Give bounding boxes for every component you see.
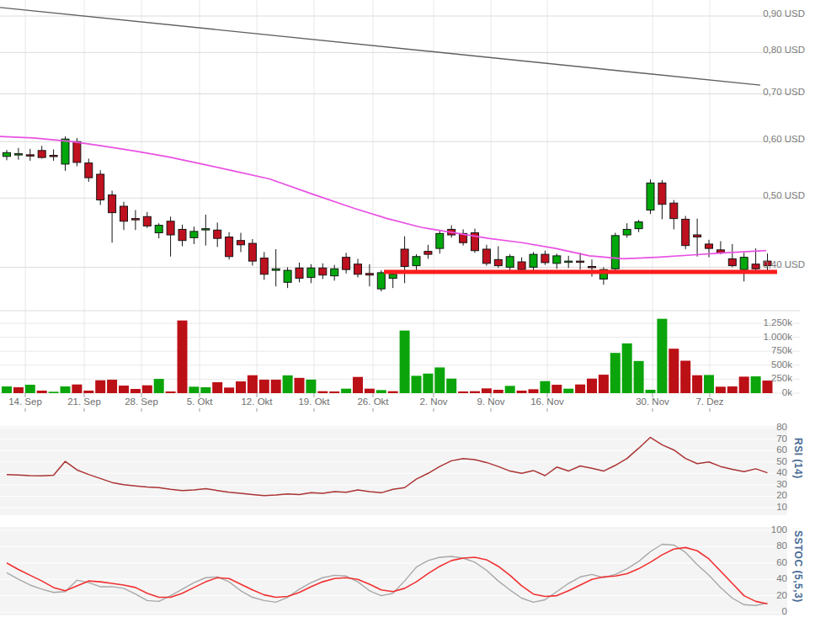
- price-tick-label: 0,40 USD: [763, 259, 805, 269]
- volume-bar: [95, 381, 105, 393]
- candle-body: [202, 229, 210, 231]
- volume-bar: [212, 382, 222, 393]
- volume-bar: [551, 385, 562, 393]
- candle-body: [436, 233, 444, 248]
- rsi-tick-label: 20: [776, 490, 787, 500]
- volume-tick-label: 250k: [771, 373, 792, 383]
- volume-bar: [25, 385, 35, 393]
- volume-bar: [341, 389, 351, 393]
- candle-body: [623, 229, 631, 235]
- volume-bar: [751, 376, 761, 393]
- candle-body: [97, 174, 104, 200]
- volume-bar: [680, 360, 690, 393]
- rsi-tick-label: 30: [776, 479, 787, 489]
- candle-body: [109, 195, 116, 213]
- candle-body: [50, 156, 57, 157]
- stock-chart[interactable]: 0,90 USD0,80 USD0,70 USD0,60 USD0,50 USD…: [0, 0, 815, 644]
- volume-bar: [154, 379, 164, 393]
- volume-bar: [388, 391, 398, 393]
- stoch-tick-label: 100: [771, 524, 787, 535]
- volume-bar: [189, 386, 199, 393]
- candle-body: [354, 264, 362, 274]
- volume-bar: [119, 386, 129, 393]
- candle-body: [248, 243, 256, 261]
- candle-body: [482, 249, 490, 263]
- candle-body: [577, 261, 584, 263]
- volume-series: [2, 319, 773, 393]
- candle-body: [401, 249, 408, 267]
- candle-body: [226, 237, 233, 257]
- candle-body: [752, 264, 759, 269]
- candle-body: [319, 268, 327, 274]
- stoch-tick-label: 60: [776, 557, 787, 567]
- volume-bar: [107, 380, 117, 393]
- volume-bar: [317, 391, 328, 393]
- candle-body: [284, 270, 291, 282]
- price-tick-label: 0,70 USD: [763, 87, 805, 97]
- candle-body: [85, 163, 93, 178]
- candle-body: [658, 183, 666, 204]
- volume-bar: [283, 375, 293, 393]
- volume-bar: [727, 386, 738, 393]
- candlestick-series: [3, 136, 772, 291]
- volume-bar: [37, 391, 47, 393]
- x-axis-label: 19. Okt: [298, 397, 330, 407]
- candle-body: [365, 274, 373, 275]
- candle-body: [530, 254, 537, 267]
- volume-bar: [166, 391, 176, 393]
- candle-body: [424, 252, 432, 255]
- candle-body: [73, 141, 81, 162]
- candle-body: [190, 232, 198, 237]
- price-tick-label: 0,80 USD: [763, 45, 805, 55]
- rsi-tick-label: 80: [776, 422, 787, 432]
- x-axis-label: 2. Nov: [419, 397, 447, 407]
- candle-body: [635, 222, 642, 229]
- volume-bar: [716, 386, 726, 393]
- volume-bar: [704, 375, 714, 393]
- candle-body: [307, 268, 315, 277]
- candle-body: [61, 139, 69, 164]
- volume-bar: [692, 375, 702, 393]
- volume-bar: [646, 390, 656, 393]
- volume-bar: [634, 361, 644, 393]
- x-axis-label: 9. Nov: [477, 397, 504, 407]
- volume-bar: [365, 389, 375, 393]
- stoch-tick-label: 20: [776, 590, 787, 600]
- volume-bar: [259, 380, 269, 393]
- rsi-tick-label: 60: [776, 444, 787, 455]
- price-tick-label: 0,90 USD: [763, 8, 805, 19]
- candle-body: [506, 257, 514, 268]
- candle-body: [120, 206, 128, 221]
- candle-body: [14, 154, 22, 156]
- candle-body: [331, 269, 338, 275]
- volume-bar: [142, 386, 152, 393]
- volume-bar: [412, 375, 422, 393]
- candle-body: [260, 258, 268, 274]
- candle-body: [413, 257, 420, 266]
- volume-bar: [2, 386, 12, 393]
- volume-bar: [669, 349, 679, 393]
- volume-bar: [458, 391, 468, 393]
- candle-body: [38, 151, 45, 157]
- volume-bar: [575, 385, 585, 393]
- volume-bar: [248, 375, 258, 393]
- volume-bar: [482, 388, 492, 393]
- candle-body: [565, 261, 573, 263]
- candle-body: [131, 219, 139, 221]
- chart-canvas[interactable]: 0,90 USD0,80 USD0,70 USD0,60 USD0,50 USD…: [0, 0, 815, 644]
- volume-bar: [657, 319, 667, 393]
- x-axis-label: 14. Sep: [8, 397, 42, 407]
- volume-bar: [434, 367, 445, 393]
- volume-bar: [517, 391, 527, 393]
- volume-bar: [622, 343, 632, 393]
- volume-tick-label: 500k: [771, 359, 792, 370]
- x-axis-label: 28. Sep: [125, 397, 158, 407]
- volume-bar: [540, 381, 550, 393]
- volume-bar: [529, 389, 539, 393]
- volume-bar: [587, 379, 597, 393]
- candle-body: [178, 229, 186, 240]
- volume-bar: [200, 387, 210, 393]
- candle-body: [589, 267, 596, 269]
- candle-body: [728, 258, 736, 265]
- candle-body: [611, 236, 619, 269]
